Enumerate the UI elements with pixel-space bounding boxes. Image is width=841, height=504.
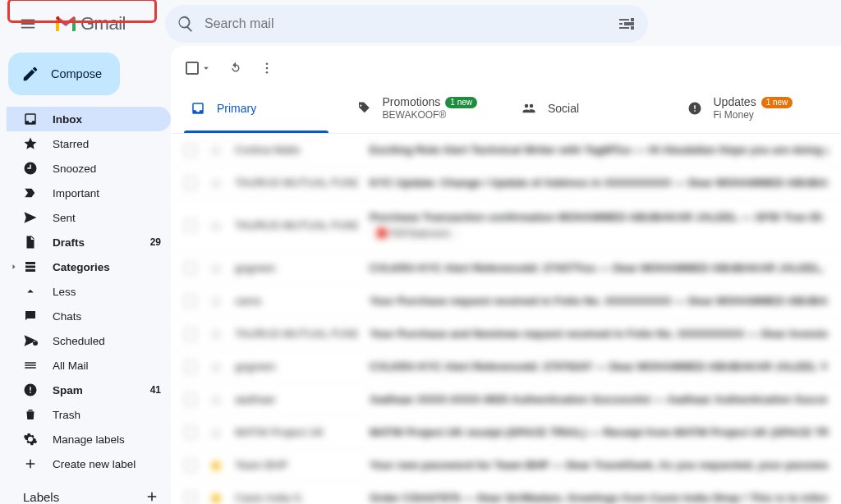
svg-point-2	[266, 71, 269, 74]
row-checkbox[interactable]	[184, 360, 197, 373]
sidebar-item-inbox[interactable]: Inbox	[7, 107, 171, 131]
sidebar-item-trash[interactable]: Trash	[7, 402, 171, 427]
mail-subject: Exciting Role Alert Technical Writer wit…	[370, 144, 828, 156]
sidebar-item-sent[interactable]: Sent	[7, 205, 171, 230]
mail-row[interactable]: TAURUS MUTUAL FUNDYour Purchase and Nomi…	[171, 318, 841, 351]
sidebar-item-label: Sent	[53, 212, 161, 224]
row-checkbox[interactable]	[184, 328, 197, 341]
row-checkbox[interactable]	[184, 262, 197, 275]
mail-sender: Cortina Malts	[235, 144, 358, 156]
attachment-chip[interactable]: PDFStatement.	[370, 227, 459, 240]
sidebar-item-snoozed[interactable]: Snoozed	[7, 156, 171, 181]
sidebar-item-less[interactable]: Less	[7, 279, 171, 304]
less-icon	[23, 284, 38, 299]
spam-icon	[23, 383, 38, 397]
mail-row[interactable]: TAURUS MUTUAL FUNDPurchase Transaction c…	[171, 199, 841, 252]
sidebar-item-important[interactable]: Important	[7, 181, 171, 205]
mail-subject: CVLKRA KYC Alert ReferenceId: 27437Tiss …	[370, 262, 828, 274]
mail-sender: Team BHP	[235, 459, 358, 471]
allmail-icon	[23, 358, 38, 373]
sidebar-item-chats[interactable]: Chats	[7, 304, 171, 328]
star-button[interactable]	[209, 458, 223, 473]
gmail-logo[interactable]: Gmail	[51, 13, 126, 34]
mail-row[interactable]: gogreenCVLKRA KYC Alert ReferenceId: 274…	[171, 252, 841, 285]
star-button[interactable]	[209, 294, 223, 309]
sidebar: Compose InboxStarredSnoozedImportantSent…	[0, 48, 171, 504]
row-checkbox[interactable]	[184, 426, 197, 439]
tab-primary[interactable]: Primary	[179, 87, 345, 133]
sidebar-item-label: Drafts	[53, 236, 136, 249]
category-tabs: PrimaryPromotions1 newBEWAKOOF®SocialUpd…	[171, 87, 841, 134]
mail-row[interactable]: MATW Project UKMATW Project UK receipt (…	[171, 416, 841, 449]
mail-row[interactable]: Casio India S.Order CSIA07976 — Dear Sir…	[171, 482, 841, 504]
mail-row[interactable]: aadhaarAadhaar XXXX-XXXX-4925 Authentica…	[171, 383, 841, 416]
sidebar-item-allmail[interactable]: All Mail	[7, 353, 171, 378]
select-all-checkbox[interactable]	[186, 62, 212, 75]
mail-row[interactable]: camsYour Purchase request received in Fo…	[171, 285, 841, 318]
star-button[interactable]	[209, 143, 223, 158]
search-options-icon[interactable]	[617, 14, 636, 34]
star-button[interactable]	[209, 261, 223, 276]
sidebar-item-drafts[interactable]: Drafts29	[7, 230, 171, 254]
mail-subject: KYC Update: Change / Update of Address i…	[370, 176, 828, 189]
tab-updates[interactable]: Updates1 newFi Money	[676, 87, 842, 133]
add-label-icon[interactable]	[145, 489, 159, 504]
sidebar-item-managelabels[interactable]: Manage labels	[7, 427, 171, 451]
row-checkbox[interactable]	[184, 459, 197, 472]
search-bar[interactable]	[165, 5, 648, 43]
sidebar-item-scheduled[interactable]: Scheduled	[7, 328, 171, 353]
refresh-button[interactable]	[228, 61, 243, 76]
categories-icon	[23, 259, 38, 274]
sidebar-item-createlabel[interactable]: Create new label	[7, 451, 171, 476]
star-button[interactable]	[209, 327, 223, 341]
mail-pane: PrimaryPromotions1 newBEWAKOOF®SocialUpd…	[171, 46, 841, 504]
row-checkbox[interactable]	[184, 219, 197, 232]
star-button[interactable]	[209, 360, 223, 374]
star-button[interactable]	[209, 491, 223, 505]
tab-social[interactable]: Social	[510, 87, 676, 133]
starred-icon	[23, 136, 38, 151]
trash-icon	[23, 407, 38, 422]
mail-sender: cams	[235, 295, 358, 307]
pencil-icon	[21, 65, 39, 83]
sidebar-item-starred[interactable]: Starred	[7, 131, 171, 156]
mail-subject: Your new password for Team BHP — Dear Tr…	[370, 459, 828, 471]
sidebar-item-count: 29	[150, 236, 161, 248]
tab-promotions[interactable]: Promotions1 newBEWAKOOF®	[345, 87, 511, 133]
main-menu-button[interactable]	[11, 7, 44, 40]
more-button[interactable]	[260, 61, 274, 76]
sent-icon	[23, 210, 38, 225]
mail-subject: Aadhaar XXXX-XXXX-4925 Authentication Su…	[370, 393, 828, 405]
labels-heading-text: Labels	[23, 490, 59, 504]
row-checkbox[interactable]	[184, 176, 197, 190]
mail-row[interactable]: Cortina MaltsExciting Role Alert Technic…	[171, 134, 841, 167]
row-checkbox[interactable]	[184, 393, 197, 406]
tab-subtitle: Fi Money	[714, 109, 793, 121]
mail-sender: TAURUS MUTUAL FUND	[235, 176, 358, 189]
sidebar-item-categories[interactable]: Categories	[7, 254, 171, 279]
sidebar-item-label: Less	[53, 286, 161, 298]
mail-sender: gogreen	[235, 360, 358, 373]
sidebar-item-label: Create new label	[53, 458, 161, 470]
mail-row[interactable]: Team BHPYour new password for Team BHP —…	[171, 449, 841, 482]
star-button[interactable]	[209, 425, 223, 440]
star-button[interactable]	[209, 392, 223, 407]
compose-label: Compose	[51, 67, 102, 80]
labels-heading: Labels	[7, 476, 171, 504]
mail-row[interactable]: TAURUS MUTUAL FUNDKYC Update: Change / U…	[171, 167, 841, 199]
sidebar-item-label: Snoozed	[53, 163, 161, 175]
star-button[interactable]	[209, 218, 223, 233]
row-checkbox[interactable]	[184, 492, 197, 505]
search-input[interactable]	[205, 16, 617, 31]
search-icon	[177, 15, 195, 33]
caret-right-icon	[9, 259, 19, 274]
sidebar-item-label: Important	[53, 187, 161, 199]
mail-row[interactable]: gogreenCVLKRA KYC Alert ReferenceId: 270…	[171, 351, 841, 383]
tab-badge: 1 new	[445, 97, 477, 108]
compose-button[interactable]: Compose	[8, 53, 120, 95]
tab-badge: 1 new	[761, 97, 793, 108]
sidebar-item-spam[interactable]: Spam41	[7, 378, 171, 402]
row-checkbox[interactable]	[184, 295, 197, 308]
row-checkbox[interactable]	[184, 144, 197, 157]
star-button[interactable]	[209, 176, 223, 190]
